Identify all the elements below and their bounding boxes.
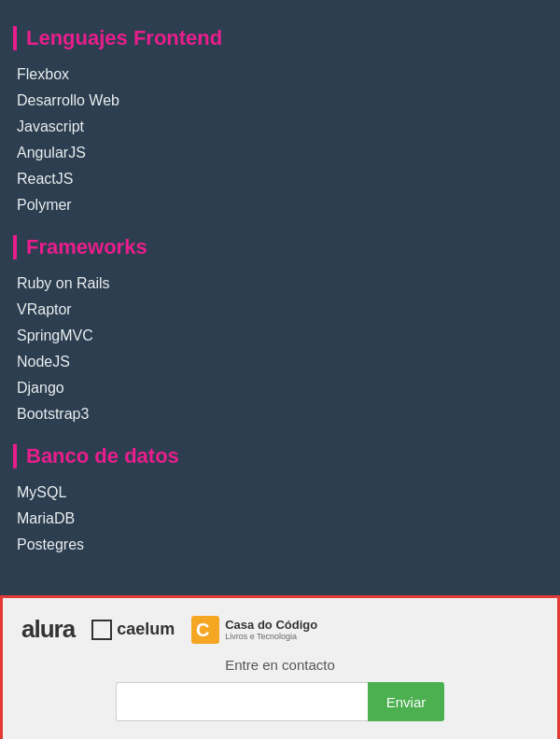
main-content: Lenguajes Frontend Flexbox Desarrollo We… <box>0 0 560 577</box>
list-item[interactable]: SpringMVC <box>17 323 547 349</box>
list-item[interactable]: Polymer <box>17 192 547 218</box>
footer-section: alura caelum C Casa do Código Livros e T… <box>0 595 560 739</box>
list-item[interactable]: VRaptor <box>17 297 547 323</box>
list-item[interactable]: Javascript <box>17 114 547 140</box>
send-button[interactable]: Enviar <box>368 682 445 721</box>
list-item[interactable]: Desarrollo Web <box>17 88 547 114</box>
list-item[interactable]: AngularJS <box>17 140 547 166</box>
frameworks-heading: Frameworks <box>13 235 547 259</box>
list-item[interactable]: Postegres <box>17 532 547 558</box>
frontend-list: Flexbox Desarrollo Web Javascript Angula… <box>13 62 547 218</box>
list-item[interactable]: Ruby on Rails <box>17 271 547 297</box>
database-heading: Banco de datos <box>13 444 547 468</box>
list-item[interactable]: MariaDB <box>17 506 547 532</box>
casadocodigo-logo: C Casa do Código Livros e Tecnologia <box>191 616 317 644</box>
caelum-logo: caelum <box>91 620 175 640</box>
frameworks-list: Ruby on Rails VRaptor SpringMVC NodeJS D… <box>13 271 547 427</box>
list-item[interactable]: Flexbox <box>17 62 547 88</box>
caelum-icon <box>91 620 112 640</box>
list-item[interactable]: Django <box>17 375 547 401</box>
database-list: MySQL MariaDB Postegres <box>13 480 547 558</box>
casadocodigo-icon: C <box>191 616 219 644</box>
frontend-heading: Lenguajes Frontend <box>13 26 547 50</box>
list-item[interactable]: ReactJS <box>17 166 547 192</box>
caelum-text: caelum <box>117 620 175 639</box>
casadocodigo-text-block: Casa do Código Livros e Tecnologia <box>225 618 317 642</box>
contact-label: Entre en contacto <box>21 657 539 673</box>
alura-logo: alura <box>21 615 75 644</box>
list-item[interactable]: Bootstrap3 <box>17 401 547 427</box>
contact-input[interactable] <box>116 682 368 721</box>
svg-text:C: C <box>196 620 209 640</box>
casadocodigo-subtext: Livros e Tecnologia <box>225 632 317 641</box>
contact-row: Enviar <box>21 682 539 721</box>
logos-row: alura caelum C Casa do Código Livros e T… <box>21 615 539 644</box>
list-item[interactable]: NodeJS <box>17 349 547 375</box>
list-item[interactable]: MySQL <box>17 480 547 506</box>
casadocodigo-name: Casa do Código <box>225 618 317 633</box>
